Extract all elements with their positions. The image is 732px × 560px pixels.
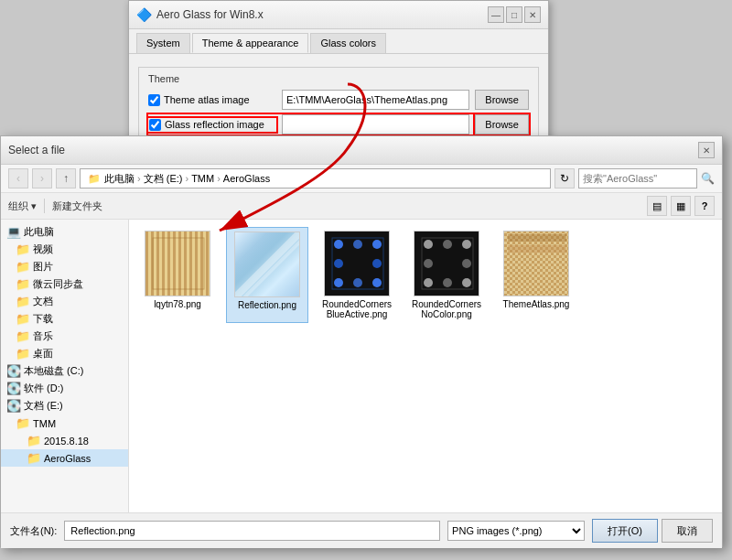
bottom-bar: 文件名(N): PNG images (*.png) 打开(O) 取消 (1, 512, 722, 548)
desktop-icon: 📁 (16, 347, 30, 361)
file-dialog-titlebar: Select a file ✕ (1, 136, 722, 165)
file-item-atlas[interactable]: ThemeAtlas.png (495, 227, 577, 323)
back-button[interactable]: ‹ (8, 168, 28, 188)
svg-point-16 (372, 278, 382, 287)
svg-point-26 (462, 278, 471, 287)
toolbar: 组织 ▾ 新建文件夹 ▤ ▦ ? (1, 193, 722, 220)
svg-point-21 (462, 240, 471, 249)
file-thumb-rounded-nocolor (414, 231, 479, 296)
file-thumb-rounded-blue (324, 231, 390, 296)
filename-input[interactable] (64, 521, 440, 541)
svg-point-9 (334, 240, 343, 249)
theme-atlas-input[interactable] (282, 90, 469, 110)
theme-atlas-row: Theme atlas image Browse (148, 90, 529, 110)
sidebar-item-desktop[interactable]: 📁 桌面 (1, 345, 128, 362)
aeroglass-label: AeroGlass (44, 453, 91, 464)
close-button[interactable]: ✕ (524, 6, 541, 23)
tab-glass-colors[interactable]: Glass colors (310, 33, 386, 53)
forward-button[interactable]: › (32, 168, 52, 188)
svg-point-25 (443, 278, 452, 287)
svg-point-19 (424, 240, 433, 249)
file-item-lqytn[interactable]: lqytn78.png (136, 227, 219, 323)
downloads-icon: 📁 (16, 312, 30, 326)
glass-reflection-row: Glass reflection image Browse (148, 114, 529, 135)
svg-point-20 (443, 240, 452, 249)
music-icon: 📁 (16, 329, 30, 343)
window-controls: — □ ✕ (488, 6, 541, 23)
filetype-select[interactable]: PNG images (*.png) (447, 521, 585, 541)
video-icon: 📁 (16, 242, 30, 256)
tab-theme-appearance[interactable]: Theme & appearance (192, 33, 309, 53)
refresh-button[interactable]: ↻ (554, 168, 575, 188)
svg-point-15 (353, 278, 362, 287)
glass-reflection-checkbox[interactable] (149, 119, 161, 131)
glass-reflection-browse-button[interactable]: Browse (475, 114, 529, 135)
file-item-reflection[interactable]: Reflection.png (226, 227, 308, 323)
sidebar-item-downloads[interactable]: 📁 下载 (1, 310, 128, 328)
file-area: lqytn78.png (129, 220, 722, 512)
pictures-icon: 📁 (16, 260, 30, 274)
tab-system[interactable]: System (136, 33, 190, 53)
sidebar-item-tmm[interactable]: 📁 TMM (1, 415, 128, 432)
date-label: 2015.8.18 (44, 436, 89, 447)
sidebar-item-aeroglass[interactable]: 📁 AeroGlass (1, 449, 128, 467)
sidebar-item-pc[interactable]: 💻 此电脑 (1, 223, 128, 241)
date-icon: 📁 (27, 434, 41, 447)
file-name-lqytn: lqytn78.png (154, 299, 201, 309)
new-folder-button[interactable]: 新建文件夹 (52, 199, 102, 213)
path-aeroglass: AeroGlass (223, 173, 270, 184)
svg-point-14 (334, 278, 343, 287)
sidebar: 💻 此电脑 📁 视频 📁 图片 📁 微云同步盘 📁 文档 📁 下载 (1, 220, 129, 512)
help-button[interactable]: ? (694, 196, 715, 216)
search-icon: 🔍 (701, 172, 715, 185)
path-docs: 文档 (E:) (144, 172, 183, 186)
sidebar-item-video[interactable]: 📁 视频 (1, 241, 128, 258)
sidebar-item-pictures[interactable]: 📁 图片 (1, 258, 128, 275)
address-path[interactable]: 📁 此电脑 › 文档 (E:) › TMM › AeroGlass (80, 168, 551, 188)
sidebar-item-2015[interactable]: 📁 2015.8.18 (1, 432, 128, 449)
toolbar-right: ▤ ▦ ? (647, 196, 715, 216)
svg-rect-33 (508, 234, 566, 242)
organize-button[interactable]: 组织 ▾ (8, 199, 37, 213)
action-buttons: 打开(O) 取消 (592, 519, 713, 543)
file-preview-atlas (504, 231, 568, 296)
sidebar-item-weiyun[interactable]: 📁 微云同步盘 (1, 275, 128, 293)
open-button[interactable]: 打开(O) (592, 519, 658, 543)
sidebar-item-drive-d[interactable]: 💽 软件 (D:) (1, 380, 128, 397)
theme-atlas-checkbox[interactable] (148, 94, 160, 106)
desktop-label: 桌面 (33, 347, 53, 361)
glass-reflection-input[interactable] (282, 114, 469, 135)
up-button[interactable]: ↑ (56, 168, 76, 188)
pc-label: 此电脑 (24, 225, 54, 239)
theme-atlas-browse-button[interactable]: Browse (475, 90, 529, 110)
toolbar-divider (44, 199, 45, 213)
video-label: 视频 (33, 242, 53, 256)
bg-window-titlebar: 🔷 Aero Glass for Win8.x — □ ✕ (129, 1, 548, 29)
pictures-label: 图片 (33, 260, 53, 274)
file-dialog-close-button[interactable]: ✕ (698, 142, 715, 158)
svg-point-10 (353, 240, 362, 249)
view-option-2[interactable]: ▦ (671, 196, 691, 216)
sidebar-item-drive-c[interactable]: 💽 本地磁盘 (C:) (1, 362, 128, 380)
svg-rect-34 (508, 245, 566, 253)
svg-point-22 (424, 259, 433, 268)
cancel-button[interactable]: 取消 (662, 519, 713, 543)
file-preview-lqytn (145, 231, 210, 296)
sidebar-item-music[interactable]: 📁 音乐 (1, 328, 128, 345)
bg-window-title: 🔷 Aero Glass for Win8.x (136, 7, 264, 22)
sidebar-item-docs[interactable]: 📁 文档 (1, 293, 128, 310)
sidebar-item-drive-e[interactable]: 💽 文档 (E:) (1, 397, 128, 415)
pc-icon: 💻 (6, 225, 21, 239)
search-input[interactable] (578, 168, 697, 188)
minimize-button[interactable]: — (488, 6, 504, 23)
bg-tabs: System Theme & appearance Glass colors (129, 29, 548, 54)
file-dialog-title: Select a file (8, 144, 65, 156)
main-area: 💻 此电脑 📁 视频 📁 图片 📁 微云同步盘 📁 文档 📁 下载 (1, 220, 722, 512)
view-option-1[interactable]: ▤ (647, 196, 667, 216)
file-item-rounded-nocolor[interactable]: RoundedCornersNoColor.png (405, 227, 488, 323)
maximize-button[interactable]: □ (506, 6, 522, 23)
file-preview-rounded-blue (325, 231, 389, 296)
file-item-rounded-blue[interactable]: RoundedCornersBlueActive.png (316, 227, 398, 323)
drive-e-label: 文档 (E:) (24, 399, 63, 413)
drive-d-icon: 💽 (6, 382, 21, 395)
